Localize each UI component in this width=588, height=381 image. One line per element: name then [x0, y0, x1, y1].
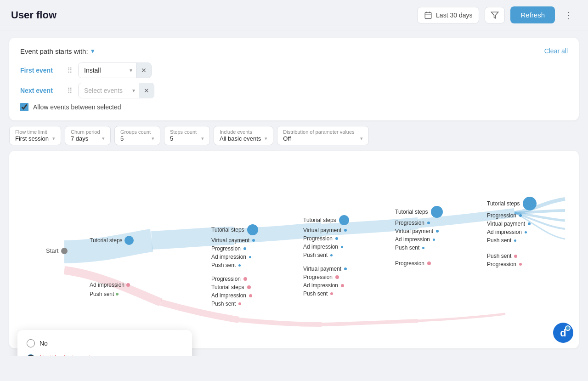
col4-ad-dot — [433, 239, 435, 241]
event-path-chevron[interactable] — [91, 47, 95, 55]
next-event-drag-handle[interactable]: ⠿ — [67, 86, 73, 95]
event-path-header: Event path starts with: Clear all — [20, 47, 568, 55]
col3-prog-dot — [335, 237, 338, 240]
distribution-arrow: ▾ — [360, 136, 363, 142]
col1-push-dot — [116, 293, 119, 296]
col5-virtual: Virtual payment — [487, 221, 537, 227]
include-events-value-row: All basic events ▾ — [220, 135, 267, 142]
churn-period-value-row: 7 days ▾ — [71, 135, 105, 142]
col2-push: Push sent — [211, 262, 258, 268]
col2-ad: Ad impression — [211, 254, 258, 260]
include-events-dropdown[interactable]: Include events All basic events ▾ — [214, 126, 273, 145]
col2-prog: Progression — [211, 245, 258, 252]
refresh-button[interactable]: Refresh — [510, 6, 555, 23]
col3-virtual-dot — [344, 229, 347, 232]
col2-tutorial-pink: Tutorial steps — [211, 284, 258, 290]
col3-prog-pink: Progression — [303, 274, 349, 280]
filter-bar: Flow time limit First session ▾ Churn pe… — [9, 126, 579, 145]
first-event-remove[interactable]: ✕ — [136, 63, 151, 78]
distribution-value-row: Off ▾ — [283, 135, 363, 142]
col2-prog-dot — [243, 247, 246, 250]
churn-period-arrow: ▾ — [102, 136, 105, 142]
col3-ad-pink: Ad impression — [303, 282, 349, 289]
col1-ad: Ad impression — [90, 282, 134, 288]
start-node: Start — [46, 247, 68, 254]
next-event-arrow: ▾ — [129, 84, 139, 97]
date-selector[interactable]: Last 30 days — [417, 7, 479, 23]
col5-virtual-dot — [528, 222, 531, 225]
allow-events-label: Allow events between selected — [33, 103, 121, 111]
col2-ad-pink: Ad impression — [211, 292, 258, 299]
col5-prog-pink: Progression — [487, 261, 537, 267]
next-event-label: Next event — [20, 87, 62, 94]
col3-ad-dot — [341, 246, 343, 248]
flow-time-limit-label: Flow time limit — [15, 129, 55, 135]
radio-limit-first[interactable]: Limit by first sessions — [27, 354, 183, 356]
first-event-dropdown[interactable]: Install — [79, 63, 126, 78]
svg-marker-4 — [492, 12, 498, 18]
churn-period-dropdown[interactable]: Churn period 7 days ▾ — [65, 126, 111, 145]
filter-icon — [491, 11, 499, 19]
col4-virtual: Virtual payment — [395, 228, 443, 234]
col4-prog-dot — [427, 222, 430, 224]
radio-limit-first-label: Limit by first sessions — [40, 354, 101, 356]
first-event-select[interactable]: Install ▾ ✕ — [78, 63, 152, 78]
col5-push: Push sent — [487, 237, 537, 244]
col5-prog-dot — [519, 214, 522, 217]
flow-time-limit-arrow: ▾ — [52, 136, 55, 142]
col3-push-dot — [330, 254, 333, 256]
col2-push-pink-dot — [238, 302, 241, 305]
col3-tutorial: Tutorial steps — [303, 215, 349, 225]
groups-count-value-row: 5 ▾ — [120, 135, 154, 142]
col4-prog-pink: Progression — [395, 260, 443, 267]
svg-rect-0 — [425, 12, 431, 19]
col2-tutorial-dot — [247, 224, 258, 235]
col3-ad: Ad impression — [303, 244, 349, 250]
col4-tutorial-dot — [431, 206, 443, 218]
groups-count-arrow: ▾ — [152, 136, 154, 142]
col5-push-pink: Push sent — [487, 253, 537, 259]
filter-button[interactable] — [485, 7, 505, 23]
col4-prog: Progression — [395, 220, 443, 226]
col1-nodes: Tutorial steps Ad impression Push sent — [90, 236, 134, 297]
allow-events-checkbox[interactable] — [20, 103, 28, 111]
col2-area: Tutorial steps Virtual payment Progressi… — [211, 224, 258, 307]
first-event-drag-handle[interactable]: ⠿ — [67, 66, 73, 75]
groups-count-label: Groups count — [120, 129, 154, 135]
radio-no[interactable]: No — [27, 339, 183, 347]
col2-ad-dot — [249, 256, 251, 258]
include-events-label: Include events — [220, 129, 267, 135]
col2-tutorial-pink-dot — [247, 285, 251, 289]
flow-container: No Limit by first sessions Limit by numb… — [9, 151, 579, 348]
col4-push-dot — [422, 247, 424, 249]
col5-push-pink-dot — [514, 255, 517, 258]
col4-tutorial: Tutorial steps — [395, 206, 443, 218]
radio-limit-first-input[interactable] — [27, 354, 35, 356]
next-event-row: Next event ⠿ Select events ▾ ✕ — [20, 83, 568, 98]
next-event-dropdown[interactable]: Select events — [79, 83, 129, 98]
flow-time-limit-dropdown[interactable]: Flow time limit First session ▾ — [9, 126, 61, 145]
steps-count-dropdown[interactable]: Steps count 5 ▾ — [164, 126, 210, 145]
flow-time-popup: No Limit by first sessions Limit by numb… — [17, 330, 192, 356]
col2-push-pink: Push sent — [211, 301, 258, 307]
col5-push-dot — [514, 239, 516, 242]
col2-virtual: Virtual payment — [211, 237, 258, 244]
next-event-remove[interactable]: ✕ — [139, 83, 154, 98]
clear-all-button[interactable]: Clear all — [544, 47, 568, 55]
col3-push-pink-dot — [330, 292, 333, 295]
groups-count-dropdown[interactable]: Groups count 5 ▾ — [114, 126, 160, 145]
more-button[interactable]: ⋮ — [560, 8, 577, 23]
col4-area: Tutorial steps Progression Virtual payme… — [395, 206, 443, 267]
start-dot — [61, 248, 68, 254]
flow-diagram: Start Tutorial steps Ad impression Push … — [9, 151, 579, 348]
app-header: User flow Last 30 days Refresh ⋮ — [0, 0, 588, 30]
radio-no-input[interactable] — [27, 339, 35, 347]
steps-count-value-row: 5 ▾ — [170, 135, 204, 142]
first-event-label: First event — [20, 67, 62, 74]
event-path-card: Event path starts with: Clear all First … — [9, 38, 579, 120]
col3-prog: Progression — [303, 235, 349, 242]
distribution-dropdown[interactable]: Distribution of parameter values Off ▾ — [277, 126, 369, 145]
next-event-select[interactable]: Select events ▾ ✕ — [78, 83, 154, 98]
svg-point-8 — [566, 326, 570, 330]
col3-virtual: Virtual payment — [303, 227, 349, 233]
